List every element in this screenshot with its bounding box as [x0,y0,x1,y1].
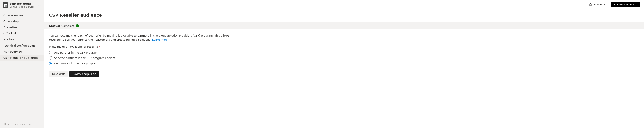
sidebar-item-offer-setup[interactable]: Offer setup [0,18,44,24]
section-label: Make my offer available for resell to * [49,45,639,48]
svg-rect-1 [6,4,7,5]
radio-option-no-partners[interactable]: No partners in the CSP program [49,62,639,65]
svg-rect-6 [590,4,592,5]
radio-label-any-partner: Any partner in the CSP program [54,51,98,54]
status-value: Complete [62,24,75,28]
radio-label-no-partners: No partners in the CSP program [54,62,98,65]
offer-id: Offer ID: contoso_demo [0,121,44,128]
page-header: CSP Reseller audience [44,9,644,22]
sidebar: contoso_demo Software as a Service ⋯ Off… [0,0,44,128]
learn-more-link[interactable]: Learn more [152,38,168,41]
status-complete-icon: ✓ [76,24,79,28]
page-title: CSP Reseller audience [49,12,639,18]
sidebar-brand: contoso_demo Software as a Service ⋯ [0,0,44,10]
status-bar: Status: Complete ✓ [44,22,644,30]
radio-label-specific-partners: Specific partners in the CSP program I s… [54,56,115,60]
sidebar-item-properties[interactable]: Properties [0,24,44,30]
radio-option-specific-partners[interactable]: Specific partners in the CSP program I s… [49,56,639,60]
sidebar-expand-icon[interactable]: ⋯ [38,3,41,7]
sidebar-nav: Offer overviewOffer setupPropertiesOffer… [0,10,44,121]
brand-icon [2,2,8,8]
radio-input-no-partners[interactable] [49,62,52,65]
main-content: Save draft Review and publish CSP Resell… [44,0,644,128]
radio-group: Any partner in the CSP programSpecific p… [49,51,639,65]
sidebar-item-csp-reseller-audience[interactable]: CSP Reseller audience [0,55,44,61]
content-area: CSP Reseller audience Status: Complete ✓… [44,9,644,128]
radio-input-specific-partners[interactable] [49,56,52,60]
action-buttons: Save draft Review and publish [49,71,639,77]
svg-rect-3 [6,5,7,6]
sidebar-item-plan-overview[interactable]: Plan overview [0,49,44,55]
toolbar: Save draft Review and publish [44,0,644,9]
content-body: You can expand the reach of your offer b… [44,30,644,81]
brand-subtitle: Software as a Service [10,6,34,8]
save-draft-toolbar-button[interactable]: Save draft [587,2,608,7]
save-draft-button[interactable]: Save draft [49,71,68,77]
radio-option-any-partner[interactable]: Any partner in the CSP program [49,51,639,54]
svg-rect-0 [4,4,5,5]
review-publish-toolbar-label: Review and publish [614,3,637,6]
save-icon [589,3,592,6]
sidebar-item-preview[interactable]: Preview [0,36,44,42]
radio-input-any-partner[interactable] [49,51,52,54]
sidebar-item-technical-configuration[interactable]: Technical configuration [0,42,44,49]
brand-text: contoso_demo Software as a Service [10,2,34,8]
description-text: You can expand the reach of your offer b… [49,34,238,42]
save-draft-toolbar-label: Save draft [593,3,606,6]
review-publish-button[interactable]: Review and publish [70,71,99,77]
sidebar-item-offer-listing[interactable]: Offer listing [0,30,44,36]
required-mark: * [98,45,100,48]
svg-rect-5 [590,3,592,4]
status-label: Status: [49,24,60,28]
brand-name: contoso_demo [10,2,34,6]
sidebar-item-offer-overview[interactable]: Offer overview [0,12,44,18]
review-publish-toolbar-button[interactable]: Review and publish [611,2,640,7]
svg-rect-2 [4,5,5,6]
